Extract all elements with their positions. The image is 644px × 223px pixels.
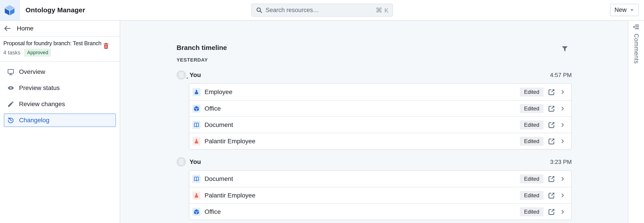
object-type-label: Palantir Employee bbox=[204, 138, 255, 145]
object-type-label: Office bbox=[204, 105, 221, 112]
task-count: 4 tasks bbox=[3, 50, 20, 56]
page-title: Ontology Manager bbox=[26, 6, 85, 14]
timeline-group-header: You 4:57 PM bbox=[176, 70, 572, 80]
open-in-new-tab-button[interactable] bbox=[548, 175, 556, 183]
expand-row-button[interactable] bbox=[560, 106, 566, 112]
open-comments-button[interactable]: Comments bbox=[628, 21, 644, 64]
action-chip: Edited bbox=[520, 191, 544, 200]
open-in-new-tab-button[interactable] bbox=[548, 88, 556, 96]
open-in-new-tab-button[interactable] bbox=[548, 208, 556, 216]
timeline-group-header: You 3:23 PM bbox=[176, 157, 572, 167]
table-row[interactable]: Document Edited bbox=[189, 116, 571, 133]
open-in-new-tab-button[interactable] bbox=[548, 137, 556, 145]
filter-icon bbox=[561, 45, 570, 53]
avatar bbox=[176, 70, 186, 80]
chevron-right-icon bbox=[560, 209, 566, 215]
expand-row-button[interactable] bbox=[560, 192, 566, 198]
home-label: Home bbox=[17, 25, 34, 32]
new-button[interactable]: New bbox=[610, 4, 639, 16]
search-input[interactable] bbox=[266, 7, 373, 14]
filter-button[interactable] bbox=[561, 44, 570, 54]
sidebar-item-review-changes[interactable]: Review changes bbox=[4, 97, 116, 111]
action-chip: Edited bbox=[520, 207, 544, 216]
chevron-right-icon bbox=[560, 122, 566, 128]
group-timestamp: 3:23 PM bbox=[550, 158, 572, 165]
table-row[interactable]: Document Edited bbox=[189, 171, 571, 187]
external-link-icon bbox=[548, 121, 556, 129]
expand-row-button[interactable] bbox=[560, 122, 566, 128]
table-row[interactable]: Employee Edited bbox=[189, 84, 571, 100]
expand-row-button[interactable] bbox=[560, 176, 566, 182]
group-user: You bbox=[190, 158, 201, 165]
sidebar: Home Proposal for foundry branch: Test B… bbox=[0, 21, 120, 223]
sidebar-item-preview-status[interactable]: Preview status bbox=[4, 81, 116, 95]
object-type-label: Document bbox=[204, 175, 233, 182]
external-link-icon bbox=[548, 191, 556, 199]
object-type-label: Employee bbox=[204, 88, 232, 96]
expand-row-button[interactable] bbox=[560, 138, 566, 144]
action-chip: Edited bbox=[520, 104, 544, 113]
table-row[interactable]: Office Edited bbox=[189, 100, 571, 116]
chevron-right-icon bbox=[560, 89, 566, 95]
sidebar-item-label: Review changes bbox=[19, 101, 65, 108]
timeline-title: Branch timeline bbox=[176, 44, 227, 52]
sidebar-item-overview[interactable]: Overview bbox=[4, 65, 116, 79]
object-type-label: Palantir Employee bbox=[204, 192, 255, 199]
date-section-label: YESTERDAY bbox=[176, 57, 208, 63]
action-chip: Edited bbox=[520, 137, 544, 146]
group-user: You bbox=[190, 71, 201, 79]
expand-row-button[interactable] bbox=[560, 89, 566, 95]
action-chip: Edited bbox=[520, 174, 544, 183]
cube-icon bbox=[192, 208, 200, 216]
object-type-label: Office bbox=[204, 208, 221, 215]
main-content: Branch timeline YESTERDAY You 4:57 PM Em… bbox=[120, 21, 628, 223]
table-row[interactable]: Palantir Employee Edited bbox=[189, 133, 571, 149]
app-logo[interactable] bbox=[0, 0, 20, 20]
chevron-right-icon bbox=[560, 106, 566, 112]
trash-icon bbox=[102, 42, 110, 49]
chevron-right-icon bbox=[560, 176, 566, 182]
chevron-right-icon bbox=[560, 192, 566, 198]
person-icon bbox=[192, 88, 200, 96]
open-in-new-tab-button[interactable] bbox=[548, 121, 556, 129]
eye-icon bbox=[7, 84, 14, 92]
external-link-icon bbox=[548, 88, 556, 96]
new-button-label: New bbox=[614, 7, 626, 14]
open-in-new-tab-button[interactable] bbox=[548, 191, 556, 199]
book-icon bbox=[192, 121, 200, 129]
table-row[interactable]: Office Edited bbox=[189, 203, 571, 220]
status-badge: Approved bbox=[24, 49, 51, 57]
proposal-title: Proposal for foundry branch: Test Branch bbox=[3, 40, 104, 47]
book-icon bbox=[192, 175, 200, 183]
group-timestamp: 4:57 PM bbox=[550, 72, 572, 79]
back-home-link[interactable]: Home bbox=[0, 21, 120, 37]
pencil-icon bbox=[7, 101, 14, 108]
top-bar: Ontology Manager ⌘ K New bbox=[0, 0, 644, 21]
expand-row-button[interactable] bbox=[560, 209, 566, 215]
sidebar-item-label: Preview status bbox=[19, 84, 60, 92]
table-row[interactable]: Palantir Employee Edited bbox=[189, 187, 571, 203]
proposal-header: Proposal for foundry branch: Test Branch… bbox=[0, 37, 120, 62]
person-icon bbox=[192, 137, 200, 145]
sidebar-nav: Overview Preview status Review changes bbox=[0, 62, 120, 127]
search-icon bbox=[256, 7, 262, 14]
object-type-label: Document bbox=[204, 121, 233, 128]
open-in-new-tab-button[interactable] bbox=[548, 105, 556, 113]
sidebar-item-changelog[interactable]: Changelog bbox=[4, 114, 116, 127]
external-link-icon bbox=[548, 175, 556, 183]
menu-open-icon bbox=[632, 23, 640, 31]
comments-label: Comments bbox=[633, 34, 640, 64]
external-link-icon bbox=[548, 105, 556, 113]
external-link-icon bbox=[548, 137, 556, 145]
timeline-card: Employee Edited bbox=[189, 83, 572, 150]
arrow-left-icon bbox=[3, 25, 12, 33]
search-bar: ⌘ K bbox=[251, 4, 393, 17]
comments-rail: Comments bbox=[628, 21, 644, 223]
avatar bbox=[176, 157, 186, 167]
external-link-icon bbox=[548, 208, 556, 216]
timeline-card: Document Edited bbox=[189, 170, 572, 220]
caret-down-icon bbox=[630, 8, 634, 12]
delete-proposal-button[interactable] bbox=[102, 42, 110, 50]
search-shortcut-hint: ⌘ K bbox=[376, 6, 388, 14]
person-icon bbox=[192, 191, 200, 199]
